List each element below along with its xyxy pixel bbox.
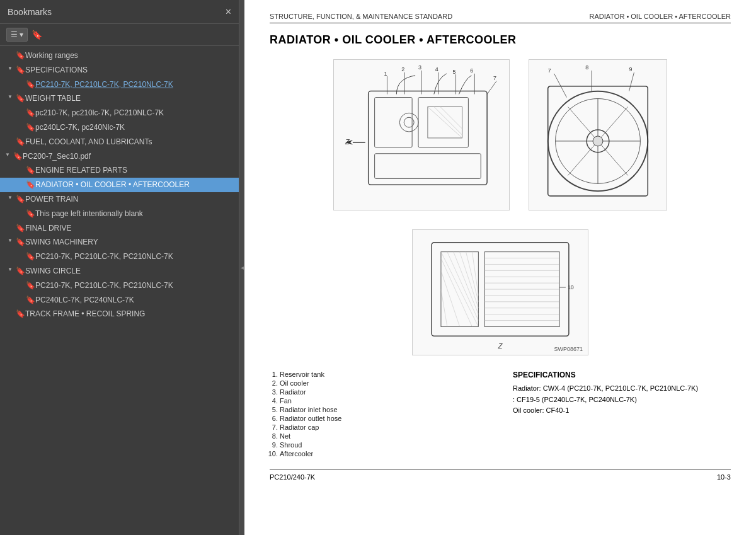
toggle-spacer: [15, 108, 25, 108]
item-label: PC240LC-7K, PC240NLC-7K: [35, 295, 234, 306]
part-item: Radiator inlet hose: [280, 406, 488, 413]
resize-handle[interactable]: ◂: [239, 0, 244, 535]
collapse-toggle[interactable]: [5, 65, 15, 71]
bookmark-icon: 🔖: [25, 165, 35, 175]
header-left: STRUCTURE, FUNCTION, & MAINTENANCE STAND…: [270, 13, 452, 20]
part-item: Oil cooler: [280, 379, 488, 387]
bookmark-icon: 🔖: [25, 122, 35, 132]
document-main-title: RADIATOR • OIL COOLER • AFTERCOOLER: [270, 33, 731, 47]
list-item[interactable]: 🔖 PC200-7_Sec10.pdf: [0, 149, 239, 164]
bookmark-icon: 🔖: [15, 266, 25, 275]
document-header: STRUCTURE, FUNCTION, & MAINTENANCE STAND…: [270, 13, 731, 23]
diagram-row-top: Z 1 2 3 4 5 6 7: [270, 59, 731, 210]
list-view-button[interactable]: ☰ ▾: [6, 28, 28, 42]
svg-point-37: [593, 136, 603, 146]
list-item[interactable]: 🔖 PC210-7K, PC210LC-7K, PC210NLC-7K: [0, 279, 239, 293]
toggle-spacer: [15, 295, 25, 296]
item-label: SWING MACHINERY: [25, 237, 234, 248]
item-label: This page left intentionally blank: [35, 209, 234, 219]
bookmark-icon: 🔖: [25, 280, 35, 290]
collapse-toggle[interactable]: [3, 151, 13, 158]
item-label: SPECIFICATIONS: [25, 65, 234, 76]
part-item: Reservoir tank: [280, 371, 488, 378]
part-item: Radiator cap: [280, 423, 488, 431]
toggle-spacer: [15, 165, 25, 166]
item-label: FINAL DRIVE: [25, 223, 234, 234]
svg-rect-11: [375, 98, 413, 147]
bookmark-icon: 🔖: [25, 180, 35, 189]
item-label: POWER TRAIN: [25, 194, 234, 205]
document-footer: PC210/240-7K 10-3: [270, 469, 731, 481]
svg-text:3: 3: [418, 64, 421, 71]
bookmark-icon: 🔖: [25, 295, 35, 304]
diagram-side-svg: 7 8 9: [529, 60, 667, 210]
bookmark-icon: 🔖: [15, 137, 25, 146]
svg-text:10: 10: [568, 284, 574, 291]
diagram-front: Z 1 2 3 4 5 6 7: [333, 59, 510, 210]
bookmark-icon: 🔖: [15, 309, 25, 318]
collapse-toggle[interactable]: [5, 266, 15, 272]
footer-model: PC210/240-7K: [270, 473, 315, 481]
svg-text:8: 8: [585, 64, 588, 71]
item-label: PC200-7_Sec10.pdf: [23, 151, 234, 162]
svg-point-21: [399, 113, 418, 132]
item-label: PC210-7K, PC210LC-7K, PC210NLC-7K: [35, 280, 234, 291]
parts-ordered-list: Reservoir tank Oil cooler Radiator Fan R…: [270, 371, 488, 457]
svg-line-20: [487, 81, 496, 95]
item-label: PC210-7K, PC210LC-7K, PC210NLC-7K: [35, 79, 234, 90]
bookmark-icon[interactable]: 🔖: [32, 30, 42, 40]
collapse-toggle[interactable]: [5, 237, 15, 243]
svg-line-25: [434, 106, 462, 135]
list-item[interactable]: 🔖 PC210-7K, PC210LC-7K, PC210NLC-7K: [0, 250, 239, 264]
diagram-side: 7 8 9: [529, 59, 667, 210]
bookmark-list: 🔖 Working ranges 🔖 SPECIFICATIONS 🔖 PC21…: [0, 46, 239, 535]
svg-point-22: [404, 117, 414, 127]
list-item[interactable]: 🔖 SPECIFICATIONS: [0, 63, 239, 78]
list-item[interactable]: 🔖 FUEL, COOLANT, AND LUBRICANTs: [0, 135, 239, 149]
bookmark-icon: 🔖: [15, 194, 25, 204]
bookmark-icon: 🔖: [25, 209, 35, 218]
collapse-toggle[interactable]: [5, 194, 15, 200]
part-item: Net: [280, 432, 488, 440]
bookmark-icon: 🔖: [25, 251, 35, 261]
list-item[interactable]: 🔖 TRACK FRAME • RECOIL SPRING: [0, 307, 239, 321]
toggle-spacer: [5, 223, 15, 224]
sidebar: Bookmarks × ☰ ▾ 🔖 🔖 Working ranges 🔖 SPE…: [0, 0, 239, 535]
svg-line-26: [440, 106, 462, 129]
diagram-ref: SWP08671: [554, 346, 583, 352]
list-item-active[interactable]: 🔖 RADIATOR • OIL COOLER • AFTERCOOLER: [0, 178, 239, 192]
toggle-spacer: [15, 251, 25, 252]
svg-rect-13: [375, 154, 481, 179]
list-item[interactable]: 🔖 SWING MACHINERY: [0, 235, 239, 250]
sidebar-title: Bookmarks: [8, 7, 52, 17]
toggle-spacer: [5, 50, 15, 51]
svg-text:6: 6: [470, 67, 473, 74]
list-item[interactable]: 🔖 pc240LC-7K, pc240Nlc-7K: [0, 120, 239, 135]
bookmark-icon: 🔖: [15, 93, 25, 103]
list-item[interactable]: 🔖 Working ranges: [0, 49, 239, 63]
list-item[interactable]: 🔖 This page left intentionally blank: [0, 207, 239, 221]
toggle-spacer: [15, 180, 25, 180]
list-item[interactable]: 🔖 PC210-7K, PC210LC-7K, PC210NLC-7K: [0, 78, 239, 92]
list-item[interactable]: 🔖 ENGINE RELATED PARTS: [0, 163, 239, 178]
item-label: SWING CIRCLE: [25, 266, 234, 277]
svg-text:2: 2: [401, 66, 404, 72]
list-item[interactable]: 🔖 PC240LC-7K, PC240NLC-7K: [0, 293, 239, 308]
list-item[interactable]: 🔖 pc210-7K, pc210lc-7K, PC210NLC-7K: [0, 106, 239, 120]
toggle-spacer: [15, 79, 25, 80]
list-item[interactable]: 🔖 FINAL DRIVE: [0, 221, 239, 236]
list-item[interactable]: 🔖 WEIGHT TABLE: [0, 91, 239, 106]
specs-title: SPECIFICATIONS: [513, 371, 731, 379]
bookmark-icon: 🔖: [13, 151, 23, 161]
diagram-front-svg: Z 1 2 3 4 5 6 7: [334, 60, 509, 210]
list-item[interactable]: 🔖 SWING CIRCLE: [0, 264, 239, 279]
collapse-toggle[interactable]: [5, 93, 15, 100]
close-button[interactable]: ×: [226, 7, 231, 17]
spec-line: : CF19-5 (PC240LC-7K, PC240NLC-7K): [513, 394, 731, 406]
spec-line: Radiator: CWX-4 (PC210-7K, PC210LC-7K, P…: [513, 383, 731, 394]
list-item[interactable]: 🔖 POWER TRAIN: [0, 192, 239, 207]
sidebar-toolbar: ☰ ▾ 🔖: [0, 24, 239, 46]
item-label: pc240LC-7K, pc240Nlc-7K: [35, 122, 234, 133]
svg-line-58: [454, 252, 479, 314]
bookmark-icon: 🔖: [15, 237, 25, 246]
